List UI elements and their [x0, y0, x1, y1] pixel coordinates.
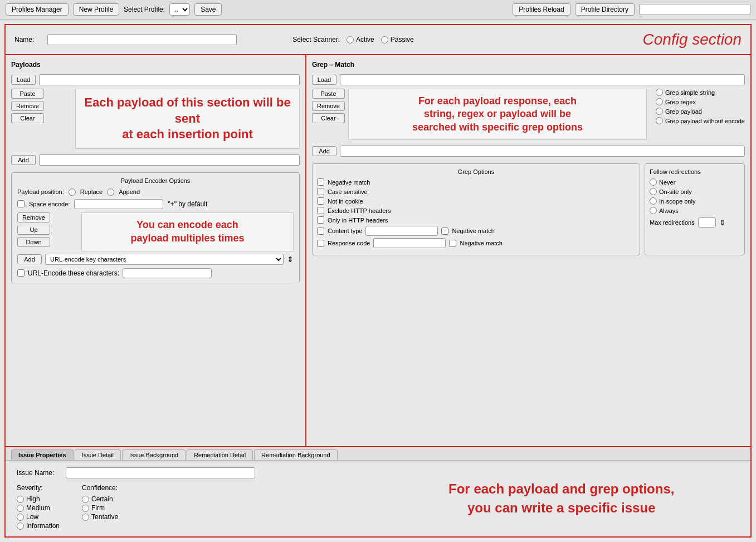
grep-remove-button[interactable]: Remove — [312, 101, 345, 111]
confidence-tentative-radio[interactable] — [82, 514, 89, 521]
toolbar-search-input[interactable] — [639, 4, 750, 15]
tab-remediation-detail[interactable]: Remediation Detail — [187, 449, 253, 460]
response-code-input[interactable] — [373, 238, 446, 248]
max-redirections-input[interactable]: 0 — [698, 217, 716, 228]
negative-match-label: Negative match — [328, 179, 370, 186]
payloads-text-area: Each payload of this section will be sen… — [75, 89, 300, 149]
active-radio-group: Active — [347, 36, 374, 43]
never-radio[interactable] — [650, 178, 657, 186]
response-code-label: Response code — [328, 240, 370, 246]
payloads-load-input[interactable] — [39, 74, 300, 85]
grep-regex-radio[interactable] — [656, 98, 663, 105]
response-code-checkbox[interactable] — [317, 240, 324, 247]
append-radio[interactable] — [107, 188, 114, 196]
grep-radio-col: Grep simple string Grep regex Grep paylo… — [656, 89, 745, 124]
grep-simple-string-row: Grep simple string — [656, 89, 745, 96]
space-encode-input[interactable] — [74, 199, 163, 209]
tab-issue-properties[interactable]: Issue Properties — [11, 449, 74, 460]
encoder-remove-button[interactable]: Remove — [17, 212, 50, 222]
content-type-checkbox[interactable] — [317, 228, 324, 235]
never-label: Never — [659, 179, 675, 186]
grep-add-button[interactable]: Add — [312, 146, 336, 156]
severity-info-radio[interactable] — [17, 522, 24, 530]
replace-radio[interactable] — [69, 188, 76, 196]
severity-medium-radio[interactable] — [17, 505, 24, 512]
name-label: Name: — [14, 36, 34, 43]
payloads-add-input[interactable] — [39, 154, 300, 166]
grep-load-input[interactable] — [340, 74, 745, 85]
follow-redirections-box: Follow redirections Never On-site only I… — [645, 163, 745, 255]
only-in-http-headers-checkbox[interactable] — [317, 216, 324, 224]
max-redirections-label: Max redirections — [650, 219, 695, 226]
grep-panel: Grep – Match Load Paste Remove Clear — [306, 55, 750, 446]
severity-high-radio[interactable] — [17, 496, 24, 503]
encode-type-select[interactable]: URL-encode key characters — [45, 254, 284, 265]
severity-info-label: Information — [26, 522, 60, 530]
active-label: Active — [356, 36, 374, 43]
url-encode-chars-input[interactable] — [123, 268, 212, 278]
issue-big-red-text: For each payload and grep options, you c… — [448, 480, 674, 517]
issue-name-input[interactable] — [66, 467, 255, 478]
payloads-load-row: Load — [11, 74, 300, 85]
confidence-firm-radio[interactable] — [82, 505, 89, 512]
tab-issue-background[interactable]: Issue Background — [122, 449, 186, 460]
severity-medium-row: Medium — [17, 504, 60, 512]
issue-note: For each payload and grep options, you c… — [384, 467, 740, 530]
tab-issue-detail[interactable]: Issue Detail — [75, 449, 121, 460]
grep-add-input[interactable] — [340, 146, 745, 157]
payloads-clear-button[interactable]: Clear — [11, 113, 44, 123]
content-type-negative-label: Negative match — [452, 228, 494, 234]
profiles-manager-button[interactable]: Profiles Manager — [6, 3, 69, 16]
payloads-add-button[interactable]: Add — [11, 155, 36, 165]
grep-title: Grep – Match — [312, 61, 745, 69]
save-button[interactable]: Save — [194, 3, 222, 16]
confidence-certain-radio[interactable] — [82, 496, 89, 503]
content-type-input[interactable] — [365, 226, 438, 236]
payloads-remove-button[interactable]: Remove — [11, 101, 44, 111]
on-site-only-radio[interactable] — [650, 188, 657, 195]
content-type-negative-checkbox[interactable] — [441, 228, 448, 235]
paste-remove-clear-col: Paste Remove Clear — [11, 89, 44, 123]
passive-radio[interactable] — [381, 36, 388, 43]
grep-paste-remove-clear-col: Paste Remove Clear — [312, 89, 345, 123]
in-scope-only-label: In-scope only — [659, 198, 695, 205]
grep-load-button[interactable]: Load — [312, 75, 336, 85]
active-radio[interactable] — [347, 36, 354, 43]
encoder-up-button[interactable]: Up — [17, 225, 50, 235]
url-encode-checkbox[interactable] — [17, 269, 25, 277]
profile-directory-button[interactable]: Profile Directory — [575, 3, 635, 16]
follow-redirections-title: Follow redirections — [650, 168, 740, 175]
grep-simple-string-radio[interactable] — [656, 89, 663, 96]
exclude-http-headers-checkbox[interactable] — [317, 207, 324, 214]
in-scope-only-radio[interactable] — [650, 197, 657, 205]
encode-add-button[interactable]: Add — [17, 254, 42, 264]
grep-payload-no-encode-radio[interactable] — [656, 117, 663, 124]
toolbar-right: Profiles Reload Profile Directory — [513, 3, 750, 16]
encode-stepper-icon[interactable]: ⇕ — [287, 255, 294, 264]
always-radio[interactable] — [650, 207, 657, 214]
config-section-label: Config section — [643, 31, 742, 49]
response-code-negative-checkbox[interactable] — [449, 240, 456, 247]
payloads-paste-button[interactable]: Paste — [11, 89, 44, 99]
payloads-load-button[interactable]: Load — [11, 75, 36, 85]
new-profile-button[interactable]: New Profile — [73, 3, 119, 16]
tab-remediation-background[interactable]: Remediation Background — [254, 449, 338, 460]
grep-paste-button[interactable]: Paste — [312, 89, 345, 99]
severity-low-radio[interactable] — [17, 514, 24, 521]
max-redir-stepper-icon[interactable]: ⇕ — [719, 218, 726, 227]
encode-add-row: Add URL-encode key characters ⇕ — [17, 254, 294, 265]
profiles-reload-button[interactable]: Profiles Reload — [513, 3, 570, 16]
negative-match-checkbox[interactable] — [317, 178, 324, 186]
space-encode-checkbox[interactable] — [17, 200, 25, 207]
name-input[interactable] — [47, 34, 237, 45]
payloads-big-text: Each payload of this section will be sen… — [76, 89, 299, 148]
not-in-cookie-checkbox[interactable] — [317, 197, 324, 205]
always-row: Always — [650, 207, 740, 214]
grep-clear-button[interactable]: Clear — [312, 113, 345, 123]
encoder-down-button[interactable]: Down — [17, 237, 50, 247]
select-profile-dropdown[interactable]: .. — [169, 3, 190, 16]
case-sensitive-checkbox[interactable] — [317, 188, 324, 195]
encoder-list-area: You can encode each payload multiples ti… — [81, 212, 294, 251]
confidence-tentative-label: Tentative — [91, 513, 118, 521]
grep-payload-radio[interactable] — [656, 108, 663, 115]
